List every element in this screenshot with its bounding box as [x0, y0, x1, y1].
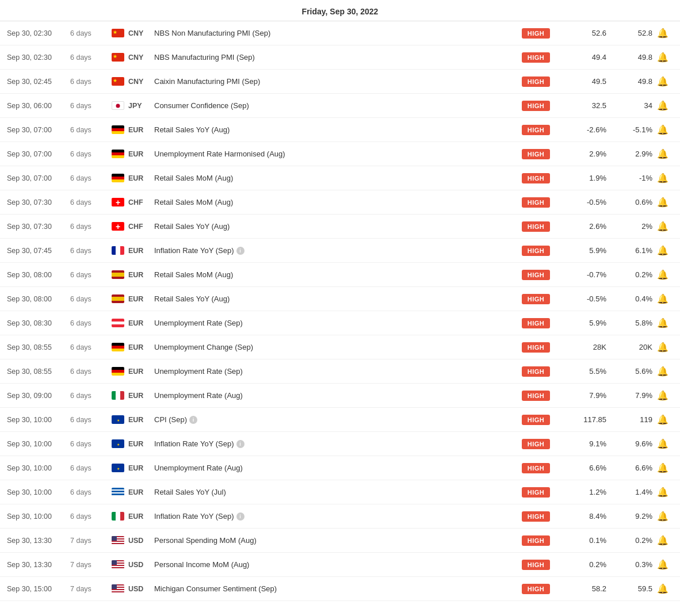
event-name: Retail Sales MoM (Aug)	[154, 198, 511, 206]
bell-cell[interactable]: 🔔	[652, 317, 673, 328]
bell-cell[interactable]: 🔔	[652, 100, 673, 111]
flag-cell	[108, 512, 128, 521]
high-badge: HIGH	[522, 28, 551, 39]
actual-value: 2.9%	[560, 150, 606, 158]
country-flag	[112, 29, 124, 37]
info-icon[interactable]: i	[189, 416, 197, 424]
bell-icon[interactable]: 🔔	[657, 535, 668, 545]
country-flag	[112, 198, 124, 206]
bell-cell[interactable]: 🔔	[652, 583, 673, 594]
bell-cell[interactable]: 🔔	[652, 124, 673, 135]
actual-value: -0.7%	[560, 270, 606, 279]
high-badge: HIGH	[522, 511, 551, 522]
bell-cell[interactable]: 🔔	[652, 221, 673, 232]
bell-cell[interactable]: 🔔	[652, 511, 673, 522]
high-badge: HIGH	[522, 439, 551, 449]
bell-cell[interactable]: 🔔	[652, 148, 673, 159]
table-row: Sep 30, 08:30 6 days EUR Unemployment Ra…	[0, 311, 680, 335]
importance-cell: HIGH	[511, 439, 560, 449]
flag-cell	[108, 77, 128, 86]
info-icon[interactable]: i	[236, 440, 245, 448]
bell-cell[interactable]: 🔔	[652, 342, 673, 353]
actual-value: 1.9%	[560, 174, 606, 182]
bell-icon[interactable]: 🔔	[657, 125, 668, 135]
bell-icon[interactable]: 🔔	[657, 221, 668, 231]
table-row: Sep 30, 07:00 6 days EUR Retail Sales Yo…	[0, 118, 680, 142]
bell-icon[interactable]: 🔔	[657, 76, 668, 86]
bell-icon[interactable]: 🔔	[657, 391, 668, 400]
importance-cell: HIGH	[511, 52, 560, 63]
country-flag	[112, 174, 124, 182]
bell-cell[interactable]: 🔔	[652, 269, 673, 280]
event-name: Caixin Manufacturing PMI (Sep)	[154, 77, 511, 86]
bell-cell[interactable]: 🔔	[652, 76, 673, 87]
bell-cell[interactable]: 🔔	[652, 245, 673, 256]
bell-cell[interactable]: 🔔	[652, 438, 673, 449]
previous-value: 5.6%	[606, 367, 652, 376]
bell-icon[interactable]: 🔔	[657, 560, 668, 569]
table-row: Sep 30, 02:45 6 days CNY Caixin Manufact…	[0, 70, 680, 94]
actual-value: 0.2%	[560, 560, 606, 569]
bell-icon[interactable]: 🔔	[657, 28, 668, 38]
currency-code: EUR	[128, 512, 154, 521]
bell-cell[interactable]: 🔔	[652, 173, 673, 183]
bell-icon[interactable]: 🔔	[657, 487, 668, 497]
event-time: Sep 30, 13:30	[7, 537, 70, 545]
bell-cell[interactable]: 🔔	[652, 293, 673, 304]
event-days: 6 days	[70, 295, 108, 303]
bell-cell[interactable]: 🔔	[652, 28, 673, 39]
bell-icon[interactable]: 🔔	[657, 149, 668, 159]
event-name: NBS Manufacturing PMI (Sep)	[154, 53, 511, 62]
bell-icon[interactable]: 🔔	[657, 415, 668, 424]
bell-icon[interactable]: 🔔	[657, 197, 668, 207]
bell-icon[interactable]: 🔔	[657, 294, 668, 304]
bell-cell[interactable]: 🔔	[652, 52, 673, 63]
currency-code: EUR	[128, 126, 154, 134]
importance-cell: HIGH	[511, 149, 560, 159]
event-days: 6 days	[70, 150, 108, 158]
high-badge: HIGH	[522, 487, 551, 498]
bell-icon[interactable]: 🔔	[657, 318, 668, 328]
bell-cell[interactable]: 🔔	[652, 462, 673, 473]
bell-cell[interactable]: 🔔	[652, 197, 673, 208]
bell-cell[interactable]: 🔔	[652, 535, 673, 546]
actual-value: -0.5%	[560, 198, 606, 206]
flag-cell	[108, 488, 128, 496]
event-days: 6 days	[70, 488, 108, 496]
table-row: Sep 30, 10:00 6 days EUR Unemployment Ra…	[0, 456, 680, 480]
importance-cell: HIGH	[511, 101, 560, 111]
bell-icon[interactable]: 🔔	[657, 270, 668, 280]
bell-icon[interactable]: 🔔	[657, 584, 668, 594]
event-time: Sep 30, 07:00	[7, 150, 70, 158]
bell-icon[interactable]: 🔔	[657, 101, 668, 110]
country-flag	[112, 343, 124, 351]
previous-value: 7.9%	[606, 391, 652, 400]
bell-icon[interactable]: 🔔	[657, 439, 668, 449]
event-days: 7 days	[70, 537, 108, 545]
bell-icon[interactable]: 🔔	[657, 511, 668, 521]
table-row: Sep 30, 08:55 6 days EUR Unemployment Ch…	[0, 335, 680, 359]
table-row: Sep 30, 02:30 6 days CNY NBS Manufacturi…	[0, 45, 680, 70]
previous-value: 6.6%	[606, 464, 652, 472]
bell-cell[interactable]: 🔔	[652, 390, 673, 401]
bell-icon[interactable]: 🔔	[657, 463, 668, 473]
bell-cell[interactable]: 🔔	[652, 414, 673, 425]
event-days: 6 days	[70, 247, 108, 255]
bell-icon[interactable]: 🔔	[657, 246, 668, 255]
bell-icon[interactable]: 🔔	[657, 342, 668, 352]
bell-cell[interactable]: 🔔	[652, 366, 673, 377]
bell-cell[interactable]: 🔔	[652, 487, 673, 498]
bell-icon[interactable]: 🔔	[657, 173, 668, 183]
bell-icon[interactable]: 🔔	[657, 366, 668, 376]
event-name: Consumer Confidence (Sep)	[154, 101, 511, 110]
bell-cell[interactable]: 🔔	[652, 559, 673, 570]
previous-value: 59.5	[606, 584, 652, 593]
country-flag	[112, 464, 124, 472]
previous-value: 20K	[606, 343, 652, 351]
bell-icon[interactable]: 🔔	[657, 52, 668, 62]
country-flag	[112, 488, 124, 496]
info-icon[interactable]: i	[236, 512, 245, 521]
currency-code: EUR	[128, 488, 154, 496]
info-icon[interactable]: i	[236, 247, 245, 255]
event-time: Sep 30, 07:00	[7, 126, 70, 134]
